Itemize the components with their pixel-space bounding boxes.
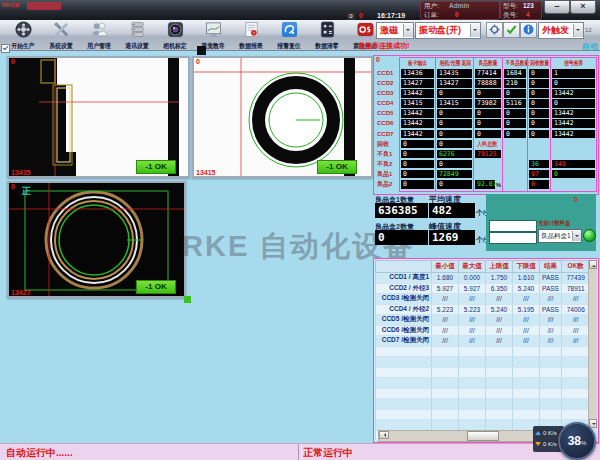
vertical-scrollbar[interactable]: [588, 260, 597, 428]
comm-settings-button[interactable]: 通讯设置: [118, 21, 156, 49]
info-button[interactable]: [520, 22, 537, 38]
camera-view-2[interactable]: 0 13415 -1 OK: [192, 56, 373, 178]
confirm-button[interactable]: [503, 22, 520, 38]
led-cell: 0: [504, 130, 526, 139]
ok-count-header[interactable]: OK数: [562, 261, 590, 273]
led-cell: 0: [437, 140, 472, 149]
camera-calibration-button[interactable]: 相机标定: [156, 21, 194, 49]
table-row[interactable]: CCD5 /检测关闭//////////////////: [376, 315, 590, 326]
feed-total-label: 入料总数: [477, 140, 499, 149]
led-cell: 13442: [401, 89, 434, 98]
usage-percent-widget[interactable]: 38 %: [558, 422, 596, 460]
led-cell: 1684: [504, 69, 526, 78]
led-cell: 13436: [401, 69, 434, 78]
user-label: 用户:: [424, 2, 439, 11]
row-label: 不良2: [375, 159, 398, 169]
led-cell: 0: [529, 69, 549, 78]
led-cell: 13442: [552, 130, 595, 139]
camera-3-result-badge: -1 OK: [136, 280, 176, 294]
trigger-dropdown[interactable]: 外触发: [538, 22, 584, 39]
row-label: 良品1: [375, 169, 398, 179]
stats-column-board-output: 板卡输出 13436 13427 13442 13415 13442 13442…: [399, 57, 436, 192]
scroll-up-icon[interactable]: [589, 260, 597, 269]
upload-speed: 0 K/s: [543, 430, 557, 436]
led-cell: 0: [529, 89, 549, 98]
trigger-dropdown-value: 外触发: [539, 24, 573, 37]
scroll-left-icon[interactable]: [379, 431, 389, 439]
header-row: 最小值 最大值 上限值 下限值 结果 OK数: [376, 261, 590, 273]
status-lamp-green: [583, 229, 596, 242]
chevron-down-icon[interactable]: [470, 24, 480, 37]
data-clear-button[interactable]: 数据清零: [308, 21, 346, 49]
chevron-down-icon[interactable]: [572, 231, 581, 241]
table-row[interactable]: CCD7 /检测关闭//////////////////: [376, 336, 590, 347]
vibration-dropdown-value: 振动盘(开): [416, 24, 470, 37]
led-cell: 13415: [437, 99, 472, 108]
column-header: 回收数量: [530, 58, 548, 68]
stats-column-signal-diff: 信号差异 1 0 13442 0 13442 13442 13442 349 0: [550, 57, 597, 192]
scrollbar-thumb[interactable]: [467, 431, 499, 441]
camera-1-image: [9, 58, 188, 176]
table-row[interactable]: CCD3 /检测关闭//////////////////: [376, 294, 590, 305]
led-cell: 13442: [552, 89, 595, 98]
row-label: 不良1: [375, 149, 398, 159]
led-cell: 0: [552, 79, 595, 88]
led-cell: 6276: [437, 150, 472, 159]
current-box-dropdown[interactable]: 良品料盒1: [538, 229, 582, 243]
trigger-count: 12: [585, 27, 592, 33]
table-row[interactable]: CCD4 / 外径25.2235.2235.2405.195PASS74006: [376, 304, 590, 315]
users-icon: [91, 21, 108, 42]
download-arrow-icon: [535, 442, 541, 449]
vibration-dropdown[interactable]: 振动盘(开): [415, 22, 481, 39]
table-row[interactable]: CCD1 / 高度11.6800.0001.7501.610PASS77439: [376, 273, 590, 284]
camera-view-3[interactable]: 0 正 13427 -1 OK: [7, 181, 186, 298]
camera-view-1[interactable]: 0 13435 -1 OK: [7, 56, 190, 178]
table-row[interactable]: CCD2 / 外径35.9275.9276.3505.240PASS78911: [376, 283, 590, 294]
table-row: [376, 367, 590, 378]
table-row: [376, 357, 590, 368]
server-icon: [129, 21, 146, 42]
excite-dropdown[interactable]: 激磁: [376, 22, 414, 39]
user-management-button[interactable]: 用户管理: [80, 21, 118, 49]
row-label: CCD3: [375, 88, 398, 98]
main-window: RKCB 用户: Admin 订单: 0 型号: 123 类号: 4 – × 开…: [0, 0, 600, 460]
resize-handle[interactable]: [184, 296, 191, 303]
data-report-button[interactable]: 数据报表: [232, 21, 270, 49]
min-header[interactable]: 最小值: [432, 261, 459, 273]
results-table: 最小值 最大值 上限值 下限值 结果 OK数 CCD1 / 高度11.6800.…: [375, 260, 590, 441]
count-input-1[interactable]: [489, 220, 537, 232]
chevron-down-icon[interactable]: [403, 24, 413, 37]
tools-icon: [53, 21, 70, 42]
peak-speed-value: 1269: [429, 230, 475, 245]
calculator-icon: [319, 21, 336, 42]
usage-percent-sign: %: [581, 440, 586, 446]
system-settings-button[interactable]: 系统设置: [42, 21, 80, 49]
led-cell: 349: [552, 160, 595, 169]
camera-2-image: [194, 58, 371, 176]
result-header[interactable]: 结果: [540, 261, 562, 273]
db-status-text: 数据库连接成功!: [358, 41, 409, 51]
table-row[interactable]: CCD6 /检测关闭//////////////////: [376, 325, 590, 336]
settings-gear-button[interactable]: [486, 22, 503, 38]
count-input-2[interactable]: [489, 232, 537, 244]
alarm-reset-button[interactable]: 报警复位: [270, 21, 308, 49]
auto-checkbox[interactable]: [1, 44, 10, 53]
lower-limit-header[interactable]: 下限值: [513, 261, 540, 273]
upper-limit-header[interactable]: 上限值: [486, 261, 513, 273]
vision-teaching-button[interactable]: 视觉教导: [194, 21, 232, 49]
mode-indicator: 自动: [582, 41, 598, 52]
minimize-button[interactable]: –: [544, 0, 570, 14]
download-speed: 0 K/s: [543, 441, 557, 447]
camera-1-index: 0: [11, 58, 15, 65]
feed-total-value: 79125: [475, 150, 501, 159]
led-cell: 97: [529, 170, 549, 179]
app-logo: RKCB: [2, 2, 19, 8]
table-row: [376, 399, 590, 410]
chevron-down-icon[interactable]: [573, 24, 583, 37]
batch-value: 4: [526, 11, 530, 18]
stop-counter-a: 0: [347, 12, 355, 20]
close-button[interactable]: ×: [570, 0, 596, 14]
row-label: CCD2: [375, 78, 398, 88]
max-header[interactable]: 最大值: [459, 261, 486, 273]
toolbar-button-label: 相机标定: [163, 42, 186, 51]
